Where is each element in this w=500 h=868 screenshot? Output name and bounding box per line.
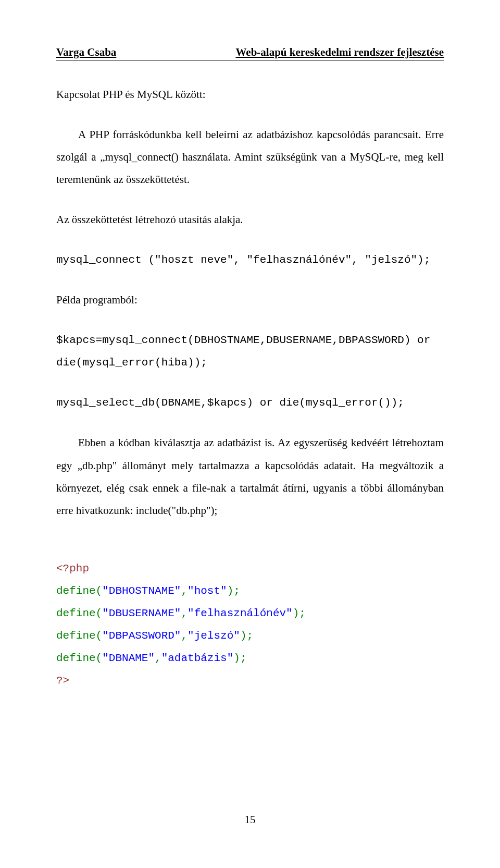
header-author: Varga Csaba bbox=[56, 46, 116, 59]
php-define-dbpassword: define("DBPASSWORD","jelszó"); bbox=[56, 625, 444, 647]
code-php-block: <?php define("DBHOSTNAME","host"); defin… bbox=[56, 557, 444, 692]
document-page: Varga Csaba Web-alapú kereskedelmi rends… bbox=[0, 0, 500, 868]
paragraph-intro: A PHP forráskódunkba kell beleírni az ad… bbox=[56, 124, 444, 191]
php-define-dbhostname: define("DBHOSTNAME","host"); bbox=[56, 580, 444, 602]
php-define-dbusername: define("DBUSERNAME","felhasználónév"); bbox=[56, 602, 444, 625]
code-mysql-connect-example: $kapcs=mysql_connect(DBHOSTNAME,DBUSERNA… bbox=[56, 329, 444, 374]
line-example-intro: Példa programból: bbox=[56, 289, 444, 311]
code-line: $kapcs=mysql_connect(DBHOSTNAME,DBUSERNA… bbox=[56, 329, 444, 351]
php-open-tag: <?php bbox=[56, 557, 444, 580]
section-title: Kapcsolat PHP és MySQL között: bbox=[56, 83, 444, 106]
paragraph-dbphp: Ebben a kódban kiválasztja az adatbázist… bbox=[56, 432, 444, 521]
php-close-tag: ?> bbox=[56, 669, 444, 692]
page-number: 15 bbox=[0, 813, 500, 826]
header-title: Web-alapú kereskedelmi rendszer fejleszt… bbox=[235, 46, 444, 59]
code-mysql-select-db: mysql_select_db(DBNAME,$kapcs) or die(my… bbox=[56, 392, 444, 414]
spacer bbox=[56, 540, 444, 557]
code-mysql-connect-syntax: mysql_connect ("hoszt neve", "felhasznál… bbox=[56, 249, 444, 271]
php-define-dbname: define("DBNAME","adatbázis"); bbox=[56, 647, 444, 669]
code-line: die(mysql_error(hiba)); bbox=[56, 351, 444, 374]
page-header: Varga Csaba Web-alapú kereskedelmi rends… bbox=[56, 46, 444, 60]
line-syntax-intro: Az összeköttetést létrehozó utasítás ala… bbox=[56, 209, 444, 231]
document-content: Kapcsolat PHP és MySQL között: A PHP for… bbox=[56, 83, 444, 692]
